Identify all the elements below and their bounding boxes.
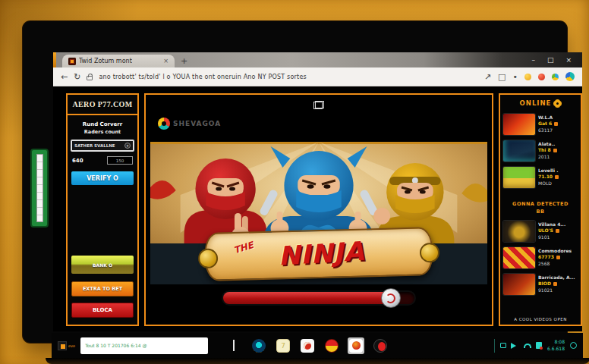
game-list-item[interactable]: Commodores 67773 2568 [503, 246, 578, 269]
detected-header-label: GONNA DETECTED [502, 201, 578, 207]
game-title-text: NINJA [278, 236, 366, 271]
app-icon-active-browser[interactable] [348, 337, 364, 354]
sidebar-spacer [68, 185, 137, 256]
game-title: Alata.. [538, 141, 557, 147]
reload-icon[interactable]: ↻ [74, 72, 80, 82]
game-count: 63117 [538, 127, 558, 133]
gear-icon[interactable] [554, 100, 561, 107]
loading-bar-fill [223, 292, 392, 304]
clock-time: 8:08 [547, 339, 565, 345]
app-icon-game[interactable] [323, 337, 340, 354]
folder-icon: 7 [276, 339, 290, 353]
app-icon-browser[interactable] [299, 337, 316, 354]
extension-icon-yellow[interactable] [524, 74, 531, 80]
address-bar[interactable]: ano trobott' ts/told' l o YOUA the ont o… [99, 74, 306, 80]
taskbar-search-input[interactable]: Tout 8 10 T 201706 6:14 @ [80, 337, 208, 354]
bank-button[interactable]: BANK O [71, 256, 134, 274]
minimize-button[interactable]: – [531, 56, 535, 64]
site-logo[interactable]: AERO P77.COM [68, 95, 137, 115]
game-thumbnail [503, 167, 535, 188]
browser-toolbar: ← ↻ ano trobott' ts/told' l o YOUA the o… [53, 67, 582, 86]
tab-favicon-icon [68, 58, 76, 65]
right-sidebar: ONLINE W.L.A Gat 6 63117 [499, 93, 582, 326]
game-list-item[interactable]: Barricada, A... BIOD 91021 [503, 272, 578, 296]
server-dropdown[interactable]: SATHER SVALLNE ▾ [71, 140, 134, 152]
game-title: Villana 4... [538, 221, 565, 228]
game-stat: Thi 8 [538, 147, 557, 153]
extension-icon-multicolor[interactable] [552, 74, 559, 80]
window-controls: – □ × [521, 52, 582, 67]
banner-the-text: THE [232, 240, 254, 256]
game-count: 91021 [538, 287, 575, 293]
extra-bet-button[interactable]: EXTRA TO BET [71, 281, 134, 297]
active-browser-icon [349, 339, 363, 353]
show-desktop-button[interactable] [570, 342, 577, 349]
game-title: Commodores [538, 248, 572, 254]
browser-icon [301, 339, 314, 353]
opera-icon [373, 339, 387, 353]
app-icon-camera[interactable] [250, 337, 267, 354]
clock-date: 6.6.618 [547, 346, 565, 352]
game-frame: SHEVAGOA [144, 93, 493, 326]
amount-label: 640 [72, 158, 83, 164]
fullscreen-icon[interactable] [313, 101, 324, 109]
amount-input[interactable]: 150 [107, 156, 133, 165]
sidebar-footer-text: A COOL VIDEOS OPEN [502, 317, 578, 322]
server-dropdown-value: SATHER SVALLNE [74, 143, 115, 148]
taskbar-app-icons: 7 [250, 337, 389, 354]
new-tab-button[interactable]: + [181, 55, 187, 67]
wifi-icon[interactable] [524, 344, 531, 348]
volume-icon[interactable] [511, 343, 519, 349]
game-stat: BIOD [538, 281, 575, 287]
detected-header: GONNA DETECTED BB [502, 199, 578, 215]
chevron-down-icon: ▾ [124, 143, 131, 149]
game-list-item[interactable]: Lovelli . 71.10 MOLD [503, 165, 578, 189]
lock-icon [87, 76, 93, 80]
maximize-button[interactable]: □ [547, 56, 554, 64]
tray-window-icon[interactable] [500, 343, 506, 348]
game-list-item[interactable]: Alata.. Thi 8 2011 [503, 139, 578, 162]
tab-title: Twid Zotum mont [79, 58, 132, 64]
browser-tab[interactable]: Twid Zotum mont × [62, 55, 175, 67]
taskbar-clock[interactable]: 8:08 6.6.618 [547, 339, 565, 352]
monitor-screen: Twid Zotum mont × + – □ × ← ↻ ano trobot… [23, 21, 567, 343]
start-icon [58, 341, 67, 350]
battery-icon[interactable] [536, 342, 542, 349]
app-icon-opera[interactable] [372, 337, 389, 354]
toolbar-right-group: ↗ □ • [484, 72, 575, 82]
game-thumbnail [503, 114, 535, 135]
game-count: 9101 [538, 234, 565, 240]
game-stat: Gat 6 [538, 121, 558, 127]
tab-close-icon[interactable]: × [163, 58, 169, 64]
game-count: 2568 [538, 261, 572, 267]
close-button[interactable]: × [565, 56, 572, 64]
menu-dot-icon[interactable]: • [513, 72, 518, 82]
game-stat: ULO'S [538, 228, 565, 234]
sidebar-tagline-1: Rund Corverr [68, 121, 137, 127]
back-icon[interactable]: ← [61, 72, 68, 82]
game-stat: 71.10 [538, 174, 559, 180]
loading-knob-icon [381, 288, 401, 308]
tab-accent-stripe [53, 52, 56, 67]
detected-header-sub: BB [502, 209, 578, 215]
profile-avatar[interactable] [565, 72, 575, 81]
blog-button[interactable]: BLOCA [71, 303, 134, 318]
webpage-content: AERO P77.COM Rund Corverr Raders count S… [53, 86, 582, 331]
provider-name: SHEVAGOA [173, 120, 221, 127]
browser-window: Twid Zotum mont × + – □ × ← ↻ ano trobot… [53, 52, 582, 331]
monitor-chin [46, 358, 589, 364]
game-list-item[interactable]: W.L.A Gat 6 63117 [503, 112, 578, 136]
verify-button[interactable]: VERIFY O [71, 171, 134, 185]
start-button[interactable]: eve [58, 341, 75, 350]
game-list-item[interactable]: Villana 4... ULO'S 9101 [503, 219, 578, 243]
app-icon-folder[interactable]: 7 [275, 337, 291, 354]
loading-bar [222, 290, 416, 306]
game-thumbnail [503, 274, 535, 295]
start-label: eve [68, 344, 75, 348]
extension-icon-red[interactable] [538, 74, 545, 80]
side-widget-scrollbar[interactable] [30, 149, 49, 228]
bookmark-icon[interactable]: □ [498, 72, 506, 82]
share-icon[interactable]: ↗ [484, 72, 491, 82]
sidebar-tagline-2: Raders count [68, 129, 137, 135]
side-widget-track[interactable] [36, 154, 43, 222]
